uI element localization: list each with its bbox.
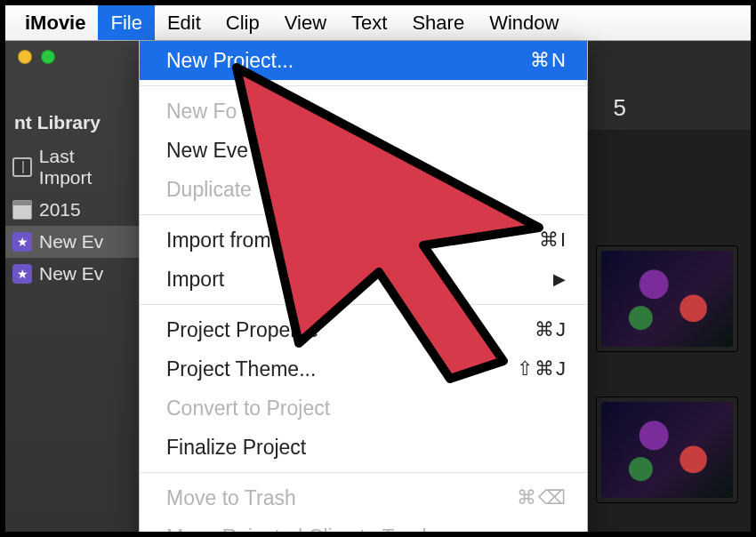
thumbnail-area <box>582 130 751 532</box>
file-menu-dropdown: New Project... ⌘N New Fo New Eve Duplica… <box>139 41 588 537</box>
app-name: iMovie <box>12 12 98 35</box>
menuitem-label: Import <box>166 268 224 292</box>
menuitem-finalize-project[interactable]: Finalize Project <box>140 428 587 467</box>
menuitem-project-properties[interactable]: Project Propertie ⌘J <box>140 310 587 349</box>
calendar-icon <box>12 200 32 220</box>
menuitem-new-project[interactable]: New Project... ⌘N <box>140 41 587 80</box>
menu-window[interactable]: Window <box>477 5 571 40</box>
menuitem-label: Import from <box>166 228 271 252</box>
menuitem-shortcut: ⌘⌫ <box>517 486 567 509</box>
menuitem-label: Duplicate <box>166 178 252 202</box>
zoom-button[interactable] <box>41 50 55 64</box>
menu-separator <box>140 85 587 86</box>
sidebar-item-label: 2015 <box>39 199 81 220</box>
menuitem-move-to-trash: Move to Trash ⌘⌫ <box>140 478 587 517</box>
window-controls <box>18 50 55 64</box>
menuitem-label: New Project... <box>166 49 294 73</box>
menuitem-label: Project Theme... <box>166 357 316 381</box>
star-icon: ★ <box>12 264 32 284</box>
menuitem-shortcut: ⌘N <box>530 49 567 72</box>
menuitem-label: New Fo <box>166 100 237 124</box>
menuitem-shortcut: ⇧⌘J <box>517 357 567 381</box>
menuitem-shortcut: ⌘I <box>539 228 567 252</box>
menu-separator <box>140 472 587 473</box>
sidebar-item-event-2[interactable]: ★ New Ev <box>5 258 139 290</box>
clip-thumbnail[interactable] <box>596 397 738 503</box>
menuitem-project-theme[interactable]: Project Theme... ⇧⌘J <box>140 349 587 389</box>
menuitem-convert-to-project: Convert to Project <box>140 389 587 428</box>
clip-thumbnail[interactable] <box>596 245 738 352</box>
menuitem-shortcut: ⌘J <box>535 318 567 341</box>
content-date-label: 5 <box>614 94 626 122</box>
menuitem-new-event[interactable]: New Eve <box>140 131 587 170</box>
menuitem-label: Move Rejected Clips to Trash <box>166 525 433 538</box>
menuitem-import-submenu[interactable]: Import ▶ <box>140 260 587 299</box>
sidebar-item-label: New Ev <box>39 263 103 285</box>
sidebar-item-label: Last Import <box>39 146 132 188</box>
menu-edit[interactable]: Edit <box>155 5 213 40</box>
sidebar-item-year[interactable]: 2015 <box>5 194 139 226</box>
menu-view[interactable]: View <box>272 5 339 40</box>
sidebar-item-label: New Ev <box>39 231 103 252</box>
sidebar-title: nt Library <box>5 85 139 140</box>
app-stage: iMovie File Edit Clip View Text Share Wi… <box>5 5 751 532</box>
menuitem-move-rejected-trash: Move Rejected Clips to Trash <box>140 517 587 537</box>
menu-separator <box>140 214 587 215</box>
menuitem-label: Project Propertie <box>166 318 318 342</box>
menuitem-import-from[interactable]: Import from ⌘I <box>140 220 587 260</box>
menuitem-label: Move to Trash <box>166 486 296 510</box>
sidebar-item-event-1[interactable]: ★ New Ev <box>5 226 139 258</box>
submenu-arrow-icon: ▶ <box>553 269 567 289</box>
menuitem-label: New Eve <box>166 139 248 163</box>
menuitem-label: Finalize Project <box>166 436 306 460</box>
menuitem-new-folder: New Fo <box>140 92 587 131</box>
sidebar-item-last-import[interactable]: Last Import <box>5 140 139 194</box>
library-sidebar: nt Library Last Import 2015 ★ New Ev ★ N… <box>5 41 139 532</box>
menu-clip[interactable]: Clip <box>213 5 272 40</box>
menu-file[interactable]: File <box>98 5 154 40</box>
menuitem-duplicate: Duplicate <box>140 170 587 209</box>
menu-separator <box>140 304 587 305</box>
menuitem-label: Convert to Project <box>166 397 330 421</box>
menu-text[interactable]: Text <box>339 5 399 40</box>
menu-share[interactable]: Share <box>399 5 477 40</box>
clip-icon <box>12 157 32 177</box>
minimize-button[interactable] <box>18 50 32 64</box>
menu-bar: iMovie File Edit Clip View Text Share Wi… <box>5 5 751 41</box>
star-icon: ★ <box>12 232 32 252</box>
